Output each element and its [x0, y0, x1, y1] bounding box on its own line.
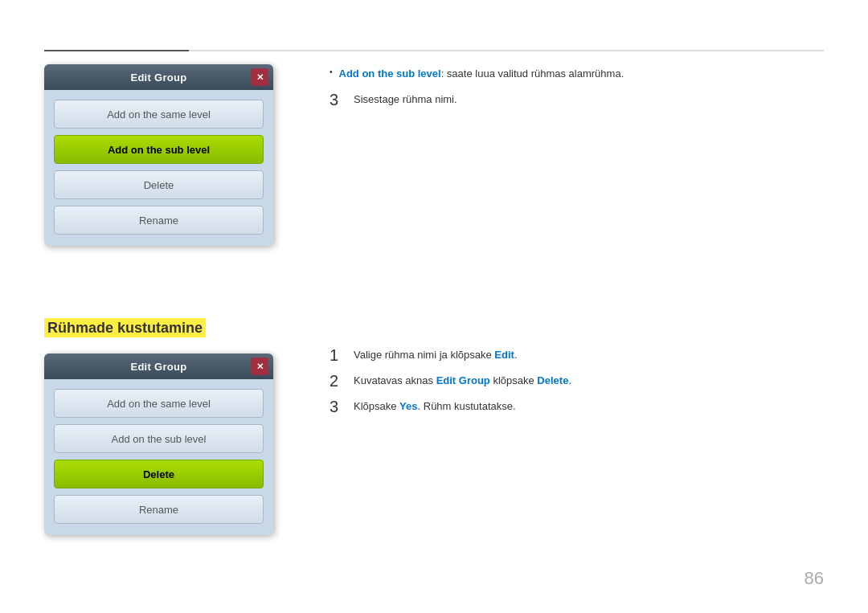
dialog-body-top: Add on the same level Add on the sub lev…	[44, 90, 273, 246]
bullet-suffix: : saate luua valitud rühmas alamrühma.	[441, 67, 624, 80]
step2-post: .	[568, 374, 571, 386]
btn-delete-bot[interactable]: Delete	[54, 460, 264, 488]
btn-add-sub-level-top[interactable]: Add on the sub level	[54, 135, 264, 164]
dialog-close-bottom[interactable]: ✕	[251, 358, 268, 375]
step-num-2: 2	[330, 371, 344, 390]
link-add-sub-level: Add on the sub level	[339, 67, 441, 80]
dialog-body-bottom: Add on the same level Add on the sub lev…	[44, 379, 273, 535]
dialog-titlebar-bottom: Edit Group ✕	[44, 353, 273, 379]
step1-pre: Valige rühma nimi ja klõpsake	[354, 349, 494, 361]
bullet-item-top: • Add on the sub level: saate luua valit…	[330, 66, 824, 82]
step3-pre: Klõpsake	[354, 400, 399, 412]
instructions-bottom: 1 Valige rühma nimi ja klõpsake Edit. 2 …	[330, 345, 824, 423]
step-num-3-bot: 3	[330, 397, 344, 416]
instructions-top: • Add on the sub level: saate luua valit…	[330, 66, 824, 116]
step2-bottom: 2 Kuvatavas aknas Edit Group klõpsake De…	[330, 371, 824, 390]
bullet-text-top: Add on the sub level: saate luua valitud…	[339, 66, 624, 82]
step3-link: Yes	[399, 400, 417, 412]
step3-bottom: 3 Klõpsake Yes. Rühm kustutatakse.	[330, 397, 824, 416]
step-num-3-top: 3	[330, 90, 344, 109]
btn-add-same-level-bot[interactable]: Add on the same level	[54, 389, 264, 418]
section-heading-text: Rühmade kustutamine	[44, 318, 206, 337]
top-divider	[44, 50, 824, 51]
step1-post: .	[514, 349, 518, 361]
btn-add-same-level-top[interactable]: Add on the same level	[54, 100, 264, 129]
dialog-title-bottom: Edit Group	[130, 361, 186, 373]
step-text-3-top: Sisestage rühma nimi.	[354, 90, 457, 108]
page-number: 86	[805, 568, 824, 589]
dialog-close-top[interactable]: ✕	[251, 68, 268, 86]
step2-link2: Delete	[537, 374, 568, 386]
step1-bottom: 1 Valige rühma nimi ja klõpsake Edit.	[330, 345, 824, 365]
btn-delete-top[interactable]: Delete	[54, 170, 264, 199]
dialog-titlebar-top: Edit Group ✕	[44, 64, 273, 90]
step-text-3-bot: Klõpsake Yes. Rühm kustutatakse.	[354, 397, 516, 415]
step2-link1: Edit Group	[436, 374, 490, 386]
step-num-1: 1	[330, 345, 344, 365]
edit-group-dialog-top: Edit Group ✕ Add on the same level Add o…	[44, 64, 273, 246]
step1-link: Edit	[494, 349, 514, 361]
bullet-dot-top: •	[330, 67, 333, 76]
section-heading: Rühmade kustutamine	[44, 320, 206, 337]
step3-top: 3 Sisestage rühma nimi.	[330, 90, 824, 109]
btn-rename-bot[interactable]: Rename	[54, 495, 264, 524]
step-text-1: Valige rühma nimi ja klõpsake Edit.	[354, 345, 518, 363]
step2-mid: klõpsake	[490, 374, 538, 386]
edit-group-dialog-bottom: Edit Group ✕ Add on the same level Add o…	[44, 353, 273, 535]
step-text-2: Kuvatavas aknas Edit Group klõpsake Dele…	[354, 371, 571, 389]
dialog-title-top: Edit Group	[130, 72, 186, 84]
step3-post: . Rühm kustutatakse.	[418, 400, 516, 412]
btn-rename-top[interactable]: Rename	[54, 206, 264, 235]
step2-pre: Kuvatavas aknas	[354, 374, 436, 386]
btn-add-sub-level-bot[interactable]: Add on the sub level	[54, 424, 264, 453]
